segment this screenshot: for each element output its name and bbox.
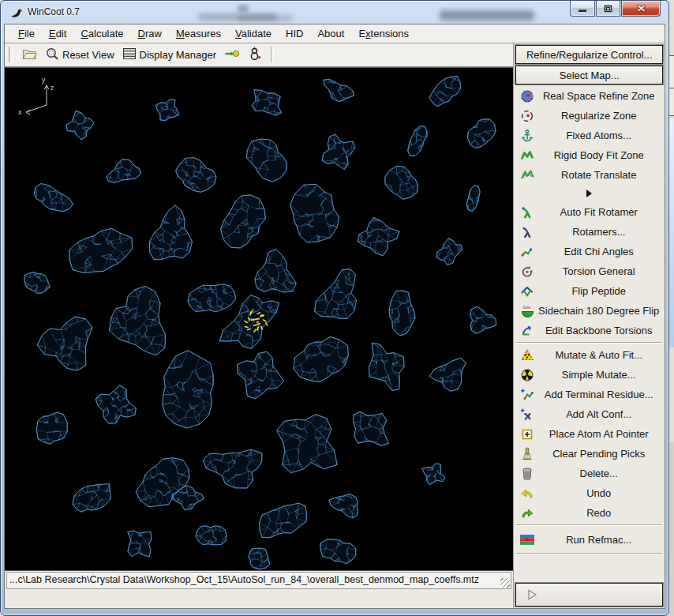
- statusbar-path: ...c\Lab Research\Crystal Data\Workshop_…: [6, 572, 498, 589]
- sidebar-item-label: Add Alt Conf...: [537, 408, 661, 420]
- menu-calculate[interactable]: Calculate: [73, 25, 130, 42]
- sidebar-item-label: Run Refmac...: [537, 534, 661, 546]
- torsion-general-icon: [518, 265, 537, 279]
- refine-regularize-control-button[interactable]: Refine/Regularize Control...: [515, 45, 663, 64]
- sidebar-item-place-atom-at-pointer[interactable]: Place Atom At Pointer: [515, 424, 663, 444]
- sidebar-item-rigid-body-fit-zone[interactable]: Rigid Body Fit Zone: [515, 145, 663, 165]
- sidebar-item-undo[interactable]: Undo: [515, 483, 663, 503]
- sidebar-separator: [516, 553, 662, 554]
- go-to-atom-button[interactable]: [220, 46, 244, 64]
- run-refmac-icon: D: [518, 532, 537, 547]
- edit-chi-angles-icon: [518, 245, 537, 259]
- menu-validate[interactable]: Validate: [228, 25, 279, 42]
- play-icon: [522, 588, 541, 602]
- sidebar-item-label: Real Space Refine Zone: [537, 90, 661, 102]
- sidebar-item-edit-chi-angles[interactable]: Edit Chi Angles: [515, 242, 663, 261]
- regularize-zone-icon: [518, 109, 537, 123]
- sidebar-item-delete[interactable]: Delete...: [515, 464, 663, 483]
- menu-edit[interactable]: Edit: [42, 25, 73, 42]
- clear-pending-picks-icon: [518, 447, 537, 461]
- rigid-body-fit-icon: [518, 148, 537, 163]
- menu-measures[interactable]: Measures: [169, 25, 228, 42]
- display-atoms-button[interactable]: [244, 45, 266, 65]
- glass-smudge: [440, 10, 534, 21]
- add-terminal-residue-icon: [518, 388, 537, 402]
- open-folder-icon: [22, 47, 37, 62]
- sidebar-separator: [516, 524, 662, 526]
- display-manager-label: Display Manager: [140, 49, 217, 61]
- menu-file[interactable]: File: [11, 25, 42, 42]
- sidebar-item-fixed-atoms[interactable]: Fixed Atoms...: [515, 126, 663, 145]
- go-to-atom-icon: [224, 47, 240, 62]
- menu-hid[interactable]: HID: [279, 25, 310, 42]
- sidebar-item-redo[interactable]: Redo: [515, 503, 663, 523]
- sidebar-item-label: Flip Peptide: [537, 285, 661, 297]
- sidebar-item-add-terminal-residue[interactable]: Add Terminal Residue...: [515, 385, 663, 404]
- select-map-button[interactable]: Select Map...: [515, 66, 663, 85]
- sidebar-item-label: Rotamers...: [537, 226, 661, 238]
- sidebar-item-sidechain-180-degree-flip[interactable]: SideSidechain 180 Degree Flip: [515, 301, 663, 321]
- resize-grip[interactable]: [498, 572, 511, 589]
- minimize-button[interactable]: [570, 1, 595, 17]
- undo-icon: [518, 486, 537, 501]
- place-atom-icon: [518, 427, 537, 441]
- menubar: FileEditCalculateDrawMeasuresValidateHID…: [5, 24, 665, 43]
- coot-bird-icon: [10, 7, 24, 21]
- titlebar[interactable]: WinCoot 0.7: [1, 1, 668, 24]
- wincoot-window: WinCoot 0.7 FileEditCalculateDrawMeasure…: [0, 0, 669, 616]
- refine-sidebar: Refine/Regularize Control... Select Map.…: [513, 43, 665, 608]
- sidebar-item-rotamers[interactable]: Rotamers...: [515, 222, 663, 242]
- expander-arrow-icon: [586, 190, 592, 197]
- sidebar-item-rotate-translate[interactable]: Rotate Translate: [515, 165, 663, 185]
- sidebar-expander[interactable]: [515, 185, 663, 202]
- glass-smudge: [238, 5, 249, 12]
- sidebar-item-edit-backbone-torsions[interactable]: Edit Backbone Torsions: [515, 321, 663, 340]
- sidebar-item-real-space-refine-zone[interactable]: Real Space Refine Zone: [515, 86, 663, 106]
- rotate-translate-icon: [518, 168, 537, 182]
- sidebar-item-label: Sidechain 180 Degree Flip: [537, 305, 661, 317]
- fixed-atoms-icon: [518, 129, 537, 143]
- 3d-view-canvas[interactable]: [5, 68, 513, 570]
- statusbar: ...c\Lab Research\Crystal Data\Workshop_…: [5, 571, 513, 590]
- restore-button[interactable]: [596, 1, 620, 17]
- sidebar-item-label: Auto Fit Rotamer: [537, 206, 661, 218]
- flip-peptide-icon: [518, 284, 537, 299]
- sidebar-item-flip-peptide[interactable]: Flip Peptide: [515, 281, 663, 301]
- toolbar-grip[interactable]: [9, 47, 13, 62]
- sidebar-item-label: Undo: [537, 487, 661, 499]
- sidebar-item-label: Delete...: [537, 468, 661, 479]
- display-manager-icon: [122, 47, 137, 62]
- sidebar-item-torsion-general[interactable]: Torsion General: [515, 261, 663, 281]
- simple-mutate-icon: [518, 368, 537, 382]
- display-atoms-icon: [248, 47, 262, 63]
- sidebar-item-mutate-auto-fit[interactable]: Mutate & Auto Fit...: [515, 345, 663, 365]
- reset-view-button[interactable]: Reset View: [41, 45, 118, 65]
- sidebar-item-label: Fixed Atoms...: [537, 130, 661, 141]
- sidebar-item-label: Rigid Body Fit Zone: [537, 149, 661, 161]
- sidebar-item-regularize-zone[interactable]: Regularize Zone: [515, 106, 663, 126]
- sidebar-item-label: Edit Backbone Torsions: [537, 325, 661, 336]
- sidebar-item-label: Rotate Translate: [537, 169, 661, 181]
- svg-text:Side: Side: [522, 305, 530, 310]
- sidebar-item-label: Torsion General: [537, 265, 661, 277]
- menu-extensions[interactable]: Extensions: [351, 25, 416, 42]
- expand-button[interactable]: [515, 583, 663, 607]
- close-button[interactable]: [621, 1, 661, 17]
- menu-about[interactable]: About: [310, 25, 351, 42]
- sidebar-item-label: Add Terminal Residue...: [537, 389, 661, 400]
- open-coordinates-button[interactable]: [18, 46, 41, 64]
- sidebar-item-label: Edit Chi Angles: [537, 246, 661, 257]
- sidebar-separator: [516, 342, 662, 344]
- sidebar-item-add-alt-conf[interactable]: Add Alt Conf...: [515, 404, 663, 424]
- display-manager-button[interactable]: Display Manager: [118, 46, 221, 64]
- sidebar-item-clear-pending-picks[interactable]: Clear Pending Picks: [515, 444, 663, 464]
- reset-view-icon: [45, 47, 59, 63]
- glass-smudge: [238, 15, 293, 21]
- sidebar-item-simple-mutate[interactable]: Simple Mutate...: [515, 365, 663, 385]
- sidebar-item-label: Mutate & Auto Fit...: [537, 349, 661, 361]
- sidebar-item-auto-fit-rotamer[interactable]: Auto Fit Rotamer: [515, 202, 663, 222]
- sidebar-item-run-refmac[interactable]: DRun Refmac...: [515, 528, 663, 551]
- edit-backbone-torsions-icon: [518, 324, 537, 338]
- menu-draw[interactable]: Draw: [131, 25, 169, 42]
- toolbar-separator: [271, 47, 274, 62]
